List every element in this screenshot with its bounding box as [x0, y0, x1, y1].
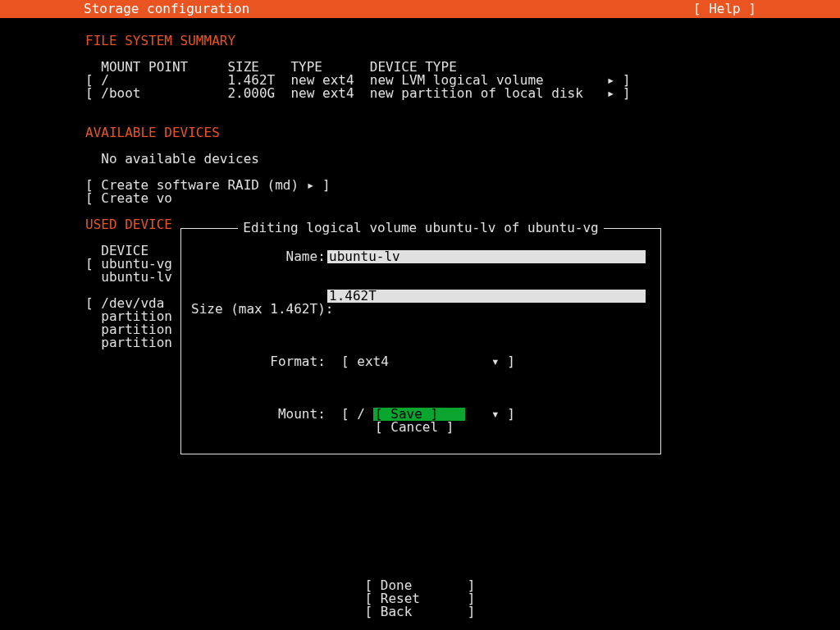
edit-lv-dialog: Editing logical volume ubuntu-lv of ubun…	[180, 228, 661, 454]
back-button[interactable]: [ Back ]	[365, 604, 476, 619]
header-bar: Storage configuration [ Help ]	[0, 0, 840, 18]
chevron-down-icon: ▾	[491, 354, 500, 369]
create-vo-button-truncated[interactable]: [ Create vo	[85, 190, 172, 206]
name-label: Name:	[286, 249, 326, 264]
main-content: FILE SYSTEM SUMMARY MOUNT POINT SIZE TYP…	[0, 18, 840, 349]
size-input[interactable]: 1.462T	[327, 290, 646, 303]
page-title: Storage configuration	[84, 2, 249, 16]
chevron-down-icon: ▾	[491, 406, 500, 422]
chevron-right-icon: ▸	[607, 85, 615, 101]
mount-label: Mount:	[278, 406, 326, 422]
available-heading: AVAILABLE DEVICES	[85, 125, 220, 140]
format-select[interactable]: [ ext4 ▾ ]	[341, 354, 515, 369]
format-label: Format:	[270, 354, 325, 369]
available-none: No available devices	[101, 151, 259, 167]
fs-summary-heading: FILE SYSTEM SUMMARY	[85, 33, 235, 48]
used-row-part3[interactable]: partition	[85, 335, 172, 350]
dialog-title: Editing logical volume ubuntu-lv of ubun…	[238, 220, 603, 235]
used-heading: USED DEVICE	[85, 217, 172, 232]
fs-row-1[interactable]: [ /boot 2.000G new ext4 new partition of…	[85, 85, 631, 101]
size-label: Size (max 1.462T):	[191, 301, 333, 317]
name-input[interactable]: ubuntu-lv	[327, 250, 646, 263]
footer-buttons: [ Done ] [ Reset ] [ Back ]	[0, 579, 840, 619]
help-button[interactable]: [ Help ]	[693, 2, 756, 16]
used-row-lv[interactable]: ubuntu-lv	[85, 269, 172, 285]
cancel-button[interactable]: [ Cancel ]	[373, 421, 465, 434]
